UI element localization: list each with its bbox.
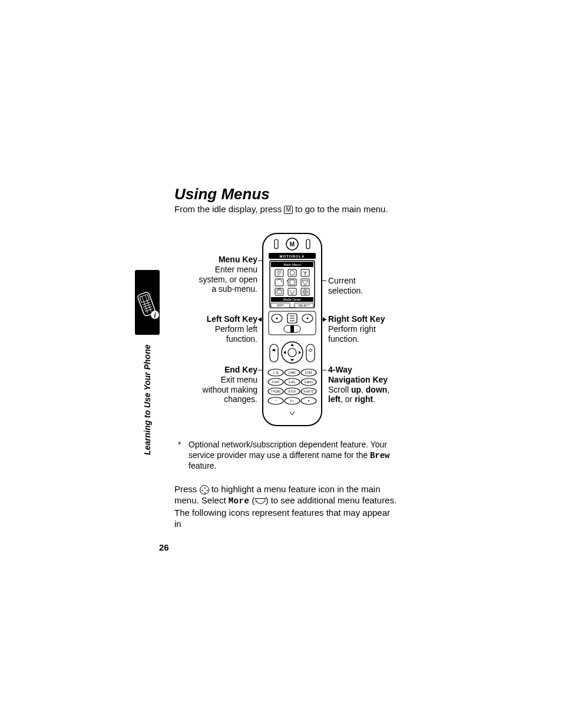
svg-text:0 +: 0 + [290,400,295,403]
text: to highlight a menu feature icon in the … [209,484,381,494]
svg-text:Main Menu: Main Menu [283,263,301,266]
svg-text:1 .@: 1 .@ [273,371,279,374]
page-number: 26 [159,542,169,552]
svg-text:*: * [286,279,288,284]
soft-key-glyph-icon [255,498,266,504]
more-option-label: More [229,496,250,506]
footnote: * Optional network/subscription dependen… [189,440,398,472]
intro-text: From the idle display, press M to go to … [174,204,388,214]
text: Press [174,484,200,494]
text: ) to see additional menu features. [266,495,397,505]
brew-feature-name: Brew [370,451,390,460]
footnote-asterisk: * [178,440,181,450]
nav-key-glyph-icon [200,485,209,495]
menu-key-glyph-inline: M [284,206,292,214]
svg-point-41 [276,318,278,319]
para-line: Press to highlight a menu feature icon i… [174,483,397,495]
svg-rect-1 [140,294,150,302]
text: menu. Select [174,495,229,505]
text: service provider may use a different nam… [189,450,370,460]
svg-point-43 [307,318,309,319]
intro-post: to go to the main menu. [293,204,388,214]
footnote-line: feature. [189,461,398,472]
svg-text:SELECT: SELECT [298,304,309,307]
svg-text:8 TUV: 8 TUV [289,390,296,393]
footnote-line: service provider may use a different nam… [189,450,398,462]
svg-text:2 ABC: 2 ABC [289,371,297,374]
svg-rect-49 [290,325,294,332]
phone-illustration: M MOTOROLA Main Menu [174,230,419,427]
svg-text:Media Center: Media Center [283,298,301,301]
section-heading: Using Menus [174,185,270,203]
svg-text:5 JKL: 5 JKL [289,381,296,384]
svg-text:EXIT: EXIT [277,304,283,307]
svg-text:M: M [290,241,295,248]
para-line: menu. Select More () to see additional m… [174,495,397,507]
svg-text:*: * [275,400,276,403]
svg-line-5 [145,309,153,312]
svg-text:7 PQRS: 7 PQRS [271,390,281,393]
sidebar-chapter-label: Learning to Use Your Phone [143,345,152,455]
svg-text:9 WXYZ: 9 WXYZ [304,390,314,393]
svg-line-3 [143,304,151,307]
body-paragraph: Press to highlight a menu feature icon i… [174,483,397,529]
footnote-line: Optional network/subscription dependent … [189,440,398,450]
para-line: The following icons represent features t… [174,507,397,529]
svg-line-4 [144,307,151,309]
svg-rect-51 [306,344,315,362]
svg-text:3 DEF: 3 DEF [305,371,313,374]
text: ( [249,495,254,505]
svg-text:MOTOROLA: MOTOROLA [280,255,305,258]
svg-point-53 [288,348,296,357]
svg-text:6 MNO: 6 MNO [305,381,313,384]
svg-line-2 [143,302,150,305]
svg-text:4 GHI: 4 GHI [272,381,279,384]
intro-pre: From the idle display, press [174,204,284,214]
svg-rect-50 [270,344,278,362]
phone-info-icon: i [135,289,160,335]
phone-diagram: Menu Key Enter menu system, or open a su… [174,230,419,427]
